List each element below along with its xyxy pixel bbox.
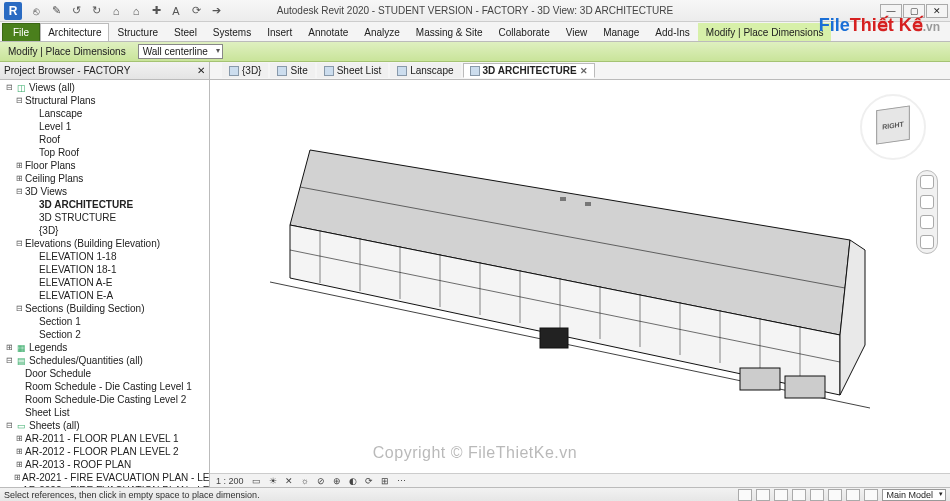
tree-item[interactable]: Section 1	[0, 315, 209, 328]
tree-item[interactable]: Section 2	[0, 328, 209, 341]
viewcube-face[interactable]: RIGHT	[876, 105, 910, 144]
tree-item[interactable]: 3D STRUCTURE	[0, 211, 209, 224]
tree-item[interactable]: ⊞AR-2021 - FIRE EVACUATION PLAN - LEVEL …	[0, 471, 209, 484]
tree-item[interactable]: Sheet List	[0, 406, 209, 419]
viewcube[interactable]: RIGHT	[866, 100, 920, 154]
qat-button-9[interactable]: ➔	[208, 3, 224, 19]
navigation-bar[interactable]	[916, 170, 938, 254]
tree-item[interactable]: ELEVATION A-E	[0, 276, 209, 289]
canvas[interactable]: RIGHT	[210, 80, 950, 473]
collapse-icon[interactable]: ⊟	[14, 96, 24, 106]
ribbon-tab-architecture[interactable]: Architecture	[40, 23, 109, 41]
nav-wheel-icon[interactable]	[920, 175, 934, 189]
ribbon-tab-collaborate[interactable]: Collaborate	[491, 23, 558, 41]
tree-item[interactable]: ⊟Elevations (Building Elevation)	[0, 237, 209, 250]
nav-zoom-icon[interactable]	[920, 215, 934, 229]
qat-button-4[interactable]: ⌂	[108, 3, 124, 19]
view-tab-close-icon[interactable]: ✕	[580, 66, 588, 76]
collapse-icon[interactable]: ⊟	[14, 239, 24, 249]
tree-item[interactable]: ⊞AR-2013 - ROOF PLAN	[0, 458, 209, 471]
tree-item[interactable]: ⊞AR-2011 - FLOOR PLAN LEVEL 1	[0, 432, 209, 445]
tree-item[interactable]: ⊞▦Legends	[0, 341, 209, 354]
tree-item[interactable]: ⊟▤Schedules/Quantities (all)	[0, 354, 209, 367]
ribbon-tab-manage[interactable]: Manage	[595, 23, 647, 41]
viewctrl-button-7[interactable]: ⟳	[363, 476, 375, 486]
ribbon-tab-systems[interactable]: Systems	[205, 23, 259, 41]
status-button-6[interactable]	[756, 489, 770, 501]
ribbon-tab-view[interactable]: View	[558, 23, 596, 41]
tree-item[interactable]: {3D}	[0, 224, 209, 237]
scale-label[interactable]: 1 : 200	[214, 476, 246, 486]
status-button-7[interactable]	[738, 489, 752, 501]
qat-button-6[interactable]: ✚	[148, 3, 164, 19]
tree-item[interactable]: ⊞Ceiling Plans	[0, 172, 209, 185]
viewctrl-button-2[interactable]: ✕	[283, 476, 295, 486]
view-tab[interactable]: Lanscape	[390, 63, 460, 78]
viewctrl-button-5[interactable]: ⊕	[331, 476, 343, 486]
tree-item[interactable]: ⊞Floor Plans	[0, 159, 209, 172]
tree-item[interactable]: ⊟◫Views (all)	[0, 81, 209, 94]
ribbon-tab-analyze[interactable]: Analyze	[356, 23, 408, 41]
tree-item[interactable]: ⊟Sections (Building Section)	[0, 302, 209, 315]
expand-icon[interactable]: ⊞	[14, 174, 24, 184]
expand-icon[interactable]: ⊞	[14, 447, 24, 457]
tree-item[interactable]: ELEVATION 18-1	[0, 263, 209, 276]
collapse-icon[interactable]: ⊟	[14, 187, 24, 197]
ribbon-tab-insert[interactable]: Insert	[259, 23, 300, 41]
file-tab[interactable]: File	[2, 23, 40, 41]
tree-item[interactable]: ⊟▭Sheets (all)	[0, 419, 209, 432]
browser-tree[interactable]: ⊟◫Views (all)⊟Structural PlansLanscapeLe…	[0, 80, 209, 487]
ribbon-tab-structure[interactable]: Structure	[109, 23, 166, 41]
tree-item[interactable]: ⊞AR-2012 - FLOOR PLAN LEVEL 2	[0, 445, 209, 458]
qat-button-7[interactable]: A	[168, 3, 184, 19]
ribbon-tab-annotate[interactable]: Annotate	[300, 23, 356, 41]
tree-item[interactable]: Level 1	[0, 120, 209, 133]
collapse-icon[interactable]: ⊟	[4, 83, 14, 93]
tree-item[interactable]: Top Roof	[0, 146, 209, 159]
viewctrl-button-4[interactable]: ⊘	[315, 476, 327, 486]
tree-item[interactable]: ELEVATION 1-18	[0, 250, 209, 263]
expand-icon[interactable]: ⊞	[4, 343, 14, 353]
tree-item[interactable]: ELEVATION E-A	[0, 289, 209, 302]
ribbon-tab-massing-site[interactable]: Massing & Site	[408, 23, 491, 41]
contextual-tab[interactable]: Modify | Place Dimensions	[698, 23, 832, 41]
qat-button-8[interactable]: ⟳	[188, 3, 204, 19]
viewctrl-button-3[interactable]: ☼	[299, 476, 311, 486]
workset-select[interactable]: Main Model	[882, 489, 946, 501]
nav-orbit-icon[interactable]	[920, 235, 934, 249]
wall-select[interactable]: Wall centerline	[138, 44, 223, 59]
view-tab[interactable]: Site	[270, 63, 314, 78]
viewctrl-button-6[interactable]: ◐	[347, 476, 359, 486]
tree-item[interactable]: Roof	[0, 133, 209, 146]
expand-icon[interactable]: ⊞	[14, 460, 24, 470]
view-tab[interactable]: {3D}	[222, 63, 268, 78]
status-button-1[interactable]	[846, 489, 860, 501]
qat-button-0[interactable]: ⎋	[28, 3, 44, 19]
tree-item[interactable]: Door Schedule	[0, 367, 209, 380]
status-button-3[interactable]	[810, 489, 824, 501]
collapse-icon[interactable]: ⊟	[4, 356, 14, 366]
qat-button-3[interactable]: ↻	[88, 3, 104, 19]
viewctrl-button-8[interactable]: ⊞	[379, 476, 391, 486]
expand-icon[interactable]: ⊞	[14, 473, 21, 483]
viewctrl-button-9[interactable]: ⋯	[395, 476, 408, 486]
expand-icon[interactable]: ⊞	[14, 161, 24, 171]
ribbon-tab-add-ins[interactable]: Add-Ins	[647, 23, 697, 41]
tree-item[interactable]: Room Schedule-Die Casting Level 2	[0, 393, 209, 406]
qat-button-1[interactable]: ✎	[48, 3, 64, 19]
viewctrl-button-1[interactable]: ☀	[267, 476, 279, 486]
viewctrl-button-0[interactable]: ▭	[250, 476, 263, 486]
qat-button-5[interactable]: ⌂	[128, 3, 144, 19]
collapse-icon[interactable]: ⊟	[4, 421, 14, 431]
qat-button-2[interactable]: ↺	[68, 3, 84, 19]
nav-pan-icon[interactable]	[920, 195, 934, 209]
status-button-4[interactable]	[792, 489, 806, 501]
tree-item[interactable]: ⊟Structural Plans	[0, 94, 209, 107]
tree-item[interactable]: Room Schedule - Die Casting Level 1	[0, 380, 209, 393]
tree-item[interactable]: ⊟3D Views	[0, 185, 209, 198]
collapse-icon[interactable]: ⊟	[14, 304, 24, 314]
browser-close-icon[interactable]: ✕	[197, 65, 205, 76]
tree-item[interactable]: 3D ARCHITECTURE	[0, 198, 209, 211]
view-tab[interactable]: 3D ARCHITECTURE✕	[463, 63, 595, 78]
tree-item[interactable]: ⊞AR-2022 - FIRE EVACUATION PLAN - LEVEL …	[0, 484, 209, 487]
